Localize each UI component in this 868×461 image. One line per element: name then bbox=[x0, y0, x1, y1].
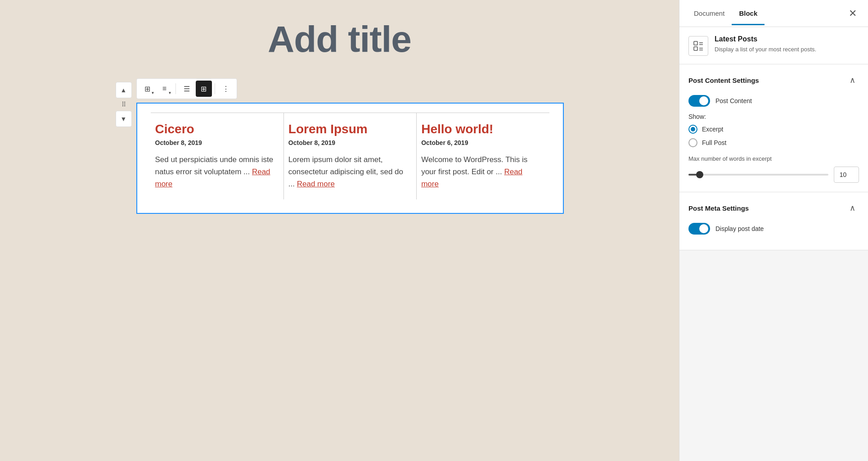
post-item-1: Cicero October 8, 2019 Sed ut perspiciat… bbox=[151, 113, 283, 199]
page-title[interactable]: Add title bbox=[268, 18, 411, 60]
slider-label: Max number of words in excerpt bbox=[688, 155, 859, 162]
post-excerpt-1: Sed ut perspiciatis unde omnis iste natu… bbox=[155, 154, 274, 190]
radio-excerpt-circle bbox=[688, 125, 697, 134]
post-content-settings-title: Post Content Settings bbox=[688, 77, 759, 84]
svg-rect-0 bbox=[694, 41, 697, 45]
posts-grid: Cicero October 8, 2019 Sed ut perspiciat… bbox=[151, 113, 549, 199]
post-date-2: October 8, 2019 bbox=[288, 139, 407, 146]
list-layout-button[interactable]: ☰ bbox=[179, 81, 195, 97]
post-title-3[interactable]: Hello world! bbox=[421, 122, 540, 136]
post-content-toggle-label: Post Content bbox=[715, 97, 752, 104]
post-content-toggle-row: Post Content bbox=[688, 95, 859, 107]
radio-full-post[interactable]: Full Post bbox=[688, 138, 859, 147]
panel-header: Document Block ✕ bbox=[679, 0, 868, 27]
posts-block: Cicero October 8, 2019 Sed ut perspiciat… bbox=[136, 103, 564, 214]
right-panel: Document Block ✕ Latest Posts Display a … bbox=[679, 0, 868, 461]
post-item-2: Lorem Ipsum October 8, 2019 Lorem ipsum … bbox=[283, 113, 416, 199]
align-icon: ≡ bbox=[162, 85, 166, 93]
block-name: Latest Posts bbox=[715, 35, 816, 43]
dropdown-arrow-2-icon: ▼ bbox=[168, 91, 172, 95]
toolbar-divider bbox=[175, 83, 176, 94]
post-date-3: October 6, 2019 bbox=[421, 139, 540, 146]
more-options-button[interactable]: ⋮ bbox=[218, 81, 234, 97]
tab-block[interactable]: Block bbox=[732, 1, 765, 25]
radio-full-post-circle bbox=[688, 138, 697, 147]
chevron-down-icon: ▼ bbox=[121, 115, 127, 122]
chevron-up-icon: ∧ bbox=[850, 75, 855, 85]
chevron-up-icon: ▲ bbox=[121, 86, 127, 94]
block-toolbar: ⊞ ▼ ≡ ▼ ☰ ⊞ ⋮ bbox=[136, 78, 237, 99]
dropdown-arrow-icon: ▼ bbox=[151, 91, 155, 95]
align-button[interactable]: ≡ ▼ bbox=[157, 81, 173, 97]
radio-excerpt[interactable]: Excerpt bbox=[688, 125, 859, 134]
radio-excerpt-label: Excerpt bbox=[702, 126, 723, 133]
grid-layout-icon: ⊞ bbox=[201, 85, 207, 93]
post-item-3: Hello world! October 6, 2019 Welcome to … bbox=[416, 113, 549, 199]
post-title-1[interactable]: Cicero bbox=[155, 122, 274, 136]
post-title-2[interactable]: Lorem Ipsum bbox=[288, 122, 407, 136]
radio-full-post-label: Full Post bbox=[702, 139, 726, 146]
collapse-post-content-settings-button[interactable]: ∧ bbox=[846, 73, 859, 87]
list-view-button[interactable]: ⊞ ▼ bbox=[139, 81, 156, 97]
post-excerpt-2: Lorem ipsum dolor sit amet, consectetur … bbox=[288, 154, 407, 190]
post-date-toggle-row: Display post date bbox=[688, 223, 859, 235]
post-content-toggle[interactable] bbox=[688, 95, 710, 107]
post-meta-settings: Post Meta Settings ∧ Display post date bbox=[679, 192, 868, 250]
post-meta-settings-header: Post Meta Settings ∧ bbox=[688, 201, 859, 215]
collapse-post-meta-settings-button[interactable]: ∧ bbox=[846, 201, 859, 215]
show-radio-group: Excerpt Full Post bbox=[688, 125, 859, 147]
post-date-toggle-label: Display post date bbox=[715, 225, 764, 232]
drag-handle-icon[interactable]: ⠿ bbox=[121, 101, 126, 108]
block-with-toolbar: ⊞ ▼ ≡ ▼ ☰ ⊞ ⋮ bbox=[136, 78, 564, 214]
ellipsis-vertical-icon: ⋮ bbox=[222, 85, 229, 93]
read-more-2[interactable]: Read more bbox=[297, 180, 335, 188]
post-meta-settings-title: Post Meta Settings bbox=[688, 204, 749, 212]
chevron-up-icon-2: ∧ bbox=[850, 203, 855, 213]
list-view-icon: ⊞ bbox=[144, 85, 150, 93]
block-info-text: Latest Posts Display a list of your most… bbox=[715, 35, 816, 54]
slider-section: Max number of words in excerpt 10 bbox=[688, 155, 859, 183]
close-panel-button[interactable]: ✕ bbox=[845, 5, 861, 22]
move-down-button[interactable]: ▼ bbox=[116, 111, 132, 127]
post-date-1: October 8, 2019 bbox=[155, 139, 274, 146]
show-label: Show: bbox=[688, 113, 859, 120]
block-description: Display a list of your most recent posts… bbox=[715, 45, 816, 54]
post-excerpt-3: Welcome to WordPress. This is your first… bbox=[421, 154, 540, 190]
editor-area: Add title ▲ ⠿ ▼ ⊞ ▼ ≡ ▼ bbox=[0, 0, 679, 461]
close-icon: ✕ bbox=[849, 8, 857, 19]
move-up-button[interactable]: ▲ bbox=[116, 82, 132, 98]
block-controls: ▲ ⠿ ▼ bbox=[116, 82, 132, 127]
block-wrapper: ▲ ⠿ ▼ ⊞ ▼ ≡ ▼ ☰ bbox=[116, 78, 564, 214]
slider-row: 10 bbox=[688, 167, 859, 183]
slider-track bbox=[688, 174, 828, 176]
list-layout-icon: ☰ bbox=[184, 85, 190, 93]
toolbar-divider-2 bbox=[215, 83, 215, 94]
block-info: Latest Posts Display a list of your most… bbox=[679, 27, 868, 64]
post-date-toggle[interactable] bbox=[688, 223, 710, 235]
tab-document[interactable]: Document bbox=[687, 1, 732, 25]
post-content-settings: Post Content Settings ∧ Post Content Sho… bbox=[679, 64, 868, 192]
grid-layout-button[interactable]: ⊞ bbox=[196, 81, 212, 97]
latest-posts-icon bbox=[688, 36, 708, 56]
svg-rect-1 bbox=[694, 47, 697, 50]
slider-value-input[interactable]: 10 bbox=[834, 167, 859, 183]
slider-thumb[interactable] bbox=[696, 171, 703, 178]
post-content-settings-header: Post Content Settings ∧ bbox=[688, 73, 859, 87]
